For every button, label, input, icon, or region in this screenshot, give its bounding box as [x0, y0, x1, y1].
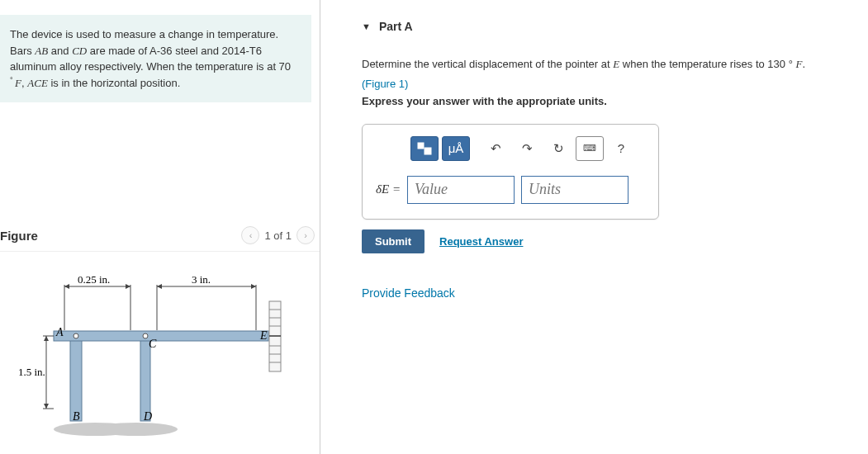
question-text: Determine the vertical displacement of t…	[362, 56, 851, 73]
svg-rect-3	[140, 338, 150, 421]
dim-CE: 3 in.	[192, 273, 211, 286]
svg-rect-4	[54, 331, 268, 341]
svg-marker-23	[157, 284, 162, 289]
label-C: C	[149, 338, 157, 350]
dim-AB: 0.25 in.	[78, 273, 110, 286]
problem-line1: The device is used to measure a change i…	[10, 28, 278, 40]
request-answer-link[interactable]: Request Answer	[439, 235, 523, 248]
svg-rect-30	[418, 143, 424, 149]
pager-next-button[interactable]: ›	[296, 226, 315, 244]
keyboard-icon[interactable]: ⌨	[576, 136, 604, 161]
redo-icon[interactable]: ↷	[513, 136, 541, 161]
svg-marker-18	[64, 284, 69, 289]
label-B: B	[73, 410, 80, 423]
svg-rect-31	[425, 148, 431, 154]
delta-E-label: δE =	[376, 182, 401, 196]
undo-icon[interactable]: ↶	[481, 136, 510, 161]
units-input[interactable]	[521, 176, 628, 204]
figure-header: Figure ‹ 1 of 1 ›	[0, 218, 320, 252]
var-ACE: ACE	[27, 77, 48, 89]
part-title: Part A	[379, 20, 413, 33]
svg-marker-19	[126, 284, 130, 289]
part-header[interactable]: ▼ Part A	[362, 20, 851, 33]
template-icon[interactable]	[410, 136, 439, 161]
svg-point-5	[74, 333, 78, 338]
collapse-icon: ▼	[362, 21, 371, 31]
figure-link[interactable]: (Figure 1)	[362, 78, 851, 90]
pager-prev-button[interactable]: ‹	[241, 226, 259, 244]
label-D: D	[143, 410, 152, 423]
answer-toolbar: μÅ ↶ ↷ ↻ ⌨ ?	[410, 136, 645, 161]
figure-diagram: A C E B D 0.25 in. 3 in. 1.5 in.	[8, 268, 297, 442]
dim-height: 1.5 in.	[18, 366, 45, 378]
figure-pager: ‹ 1 of 1 ›	[241, 226, 315, 244]
svg-marker-28	[44, 336, 49, 341]
var-AB: AB	[35, 45, 48, 57]
label-A: A	[55, 326, 64, 338]
instruction-text: Express your answer with the appropriate…	[362, 95, 851, 107]
svg-rect-2	[70, 338, 82, 421]
problem-statement: The device is used to measure a change i…	[0, 15, 311, 102]
value-input[interactable]	[407, 176, 515, 204]
svg-point-6	[143, 333, 148, 338]
svg-marker-29	[44, 404, 49, 409]
pager-text: 1 of 1	[264, 229, 292, 242]
submit-button[interactable]: Submit	[362, 229, 425, 253]
units-button[interactable]: μÅ	[442, 136, 470, 161]
var-CD: CD	[72, 45, 87, 57]
svg-marker-24	[251, 284, 256, 289]
provide-feedback-link[interactable]: Provide Feedback	[362, 286, 455, 300]
reset-icon[interactable]: ↻	[544, 136, 572, 161]
help-button[interactable]: ?	[607, 136, 635, 161]
svg-point-1	[95, 423, 178, 436]
label-E: E	[259, 329, 268, 342]
figure-title: Figure	[0, 229, 38, 243]
answer-box: μÅ ↶ ↷ ↻ ⌨ ? δE =	[362, 124, 659, 220]
